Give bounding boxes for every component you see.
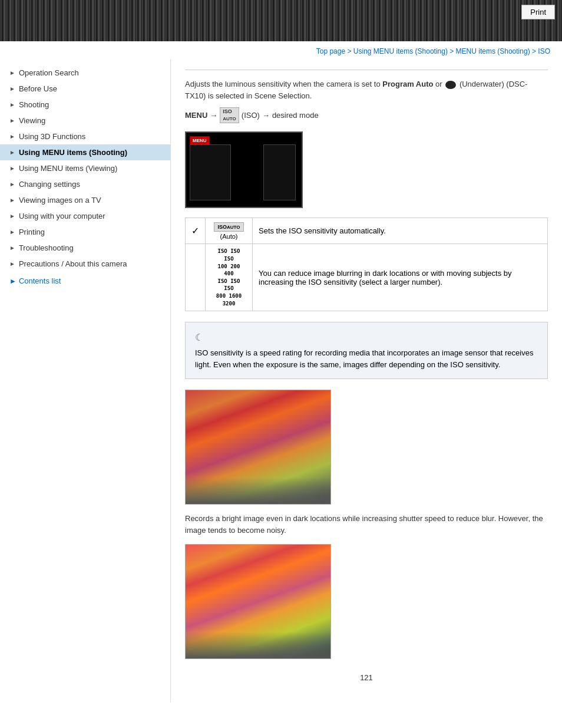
sidebar-item-viewing-tv[interactable]: ► Viewing images on a TV: [0, 192, 170, 208]
header-bar: Print: [0, 0, 562, 41]
iso-settings-table: ✓ ISOAUTO (Auto) Sets the ISO sensitivit…: [185, 218, 548, 311]
breadcrumb-sep1: >: [348, 47, 353, 55]
menu-arrow2: →: [262, 111, 270, 120]
arrow-icon: ►: [9, 133, 15, 140]
tip-box: ☾ ISO sensitivity is a speed rating for …: [185, 322, 548, 379]
sidebar-item-label: Before Use: [19, 84, 57, 93]
tip-icon: ☾: [195, 331, 538, 345]
sidebar-item-label: Operation Search: [19, 68, 79, 77]
arrow-icon: ►: [9, 149, 15, 156]
arrow-icon: ►: [9, 229, 15, 235]
sidebar-item-viewing[interactable]: ► Viewing: [0, 113, 170, 129]
sidebar-item-troubleshooting[interactable]: ► Troubleshooting: [0, 240, 170, 256]
sidebar-item-changing-settings[interactable]: ► Changing settings: [0, 176, 170, 192]
sidebar-item-label: Printing: [19, 228, 45, 236]
sidebar-item-precautions[interactable]: ► Precautions / About this camera: [0, 256, 170, 272]
sidebar-item-3d-functions[interactable]: ► Using 3D Functions: [0, 129, 170, 144]
sidebar-item-label: Viewing: [19, 116, 45, 125]
menu-panel-left: [190, 144, 231, 200]
breadcrumb-sep2: >: [449, 47, 455, 55]
sidebar-item-printing[interactable]: ► Printing: [0, 224, 170, 240]
menu-screenshot: MENU: [185, 131, 303, 208]
print-button[interactable]: Print: [521, 5, 555, 19]
breadcrumb-using-menu[interactable]: Using MENU items (Shooting): [353, 47, 448, 55]
sidebar-item-label: Troubleshooting: [19, 243, 74, 252]
sidebar-item-label: Viewing images on a TV: [19, 196, 101, 205]
section-divider: [185, 70, 548, 70]
iso-label: (ISO): [242, 111, 260, 120]
breadcrumb-menu-items[interactable]: MENU items (Shooting): [456, 47, 530, 55]
sidebar: ► Operation Search ► Before Use ► Shooti…: [0, 59, 171, 702]
contents-list-link[interactable]: ► Contents list: [0, 272, 170, 289]
sidebar-item-label: Using 3D Functions: [19, 132, 85, 141]
iso-auto-desc: Sets the ISO sensitivity automatically.: [253, 218, 548, 244]
table-row: ✓ ISOAUTO (Auto) Sets the ISO sensitivit…: [186, 218, 548, 244]
menu-path: MENU → ISOAUTO (ISO) → desired mode: [185, 107, 548, 123]
arrow-icon: ►: [9, 245, 15, 251]
iso-numbers-cell: ISO ISO ISO 100 200 400 ISO ISO ISO 800 …: [206, 244, 253, 311]
arrow-icon: ►: [9, 85, 15, 92]
table-row: ISO ISO ISO 100 200 400 ISO ISO ISO 800 …: [186, 244, 548, 311]
image-caption-1: Records a bright image even in dark loca…: [185, 513, 548, 536]
contents-list-label: Contents list: [19, 276, 61, 285]
iso-badge: ISOAUTO: [220, 107, 239, 123]
sidebar-item-shooting[interactable]: ► Shooting: [0, 97, 170, 113]
sidebar-item-before-use[interactable]: ► Before Use: [0, 81, 170, 97]
breadcrumb-iso[interactable]: ISO: [538, 47, 550, 55]
page-number: 121: [185, 667, 548, 688]
breadcrumb-sep3: >: [532, 47, 538, 55]
breadcrumb-top[interactable]: Top page: [316, 47, 345, 55]
check-cell: ✓: [186, 218, 206, 244]
sidebar-item-using-menu-viewing[interactable]: ► Using MENU items (Viewing): [0, 160, 170, 176]
flower-image-1: [185, 390, 331, 505]
arrow-icon: ►: [9, 261, 15, 267]
sidebar-item-label: Shooting: [19, 100, 49, 109]
menu-word: MENU: [185, 111, 207, 120]
tip-text: ISO sensitivity is a speed rating for re…: [195, 347, 538, 370]
arrow-icon: ►: [9, 70, 15, 76]
sidebar-item-label: Using with your computer: [19, 212, 105, 220]
sidebar-item-using-computer[interactable]: ► Using with your computer: [0, 208, 170, 224]
sidebar-item-label: Changing settings: [19, 180, 80, 189]
arrow-icon: ►: [9, 101, 15, 108]
sidebar-item-label: Using MENU items (Viewing): [19, 164, 117, 173]
arrow-icon: ►: [9, 117, 15, 124]
sidebar-item-operation-search[interactable]: ► Operation Search: [0, 65, 170, 81]
menu-panel-right: [263, 144, 296, 200]
menu-arrow1: →: [210, 111, 217, 120]
menu-button-indicator: MENU: [190, 136, 210, 145]
main-content: Adjusts the luminous sensitivity when th…: [171, 59, 562, 702]
intro-text: Adjusts the luminous sensitivity when th…: [185, 78, 548, 101]
arrow-icon: ►: [9, 197, 15, 203]
iso-numbers-desc: You can reduce image blurring in dark lo…: [253, 244, 548, 311]
sidebar-item-using-menu-shooting[interactable]: ► Using MENU items (Shooting): [0, 144, 170, 160]
arrow-right-icon: ►: [9, 277, 16, 285]
flower-image-2: [185, 544, 331, 659]
arrow-icon: ►: [9, 213, 15, 219]
desired-mode: desired mode: [272, 111, 319, 120]
sidebar-item-label: Using MENU items (Shooting): [19, 148, 127, 157]
page-layout: ► Operation Search ► Before Use ► Shooti…: [0, 59, 562, 702]
arrow-icon: ►: [9, 181, 15, 187]
arrow-icon: ►: [9, 165, 15, 172]
check-cell-empty: [186, 244, 206, 311]
sidebar-item-label: Precautions / About this camera: [19, 259, 127, 268]
iso-auto-cell: ISOAUTO (Auto): [206, 218, 253, 244]
breadcrumb: Top page > Using MENU items (Shooting) >…: [0, 41, 562, 59]
